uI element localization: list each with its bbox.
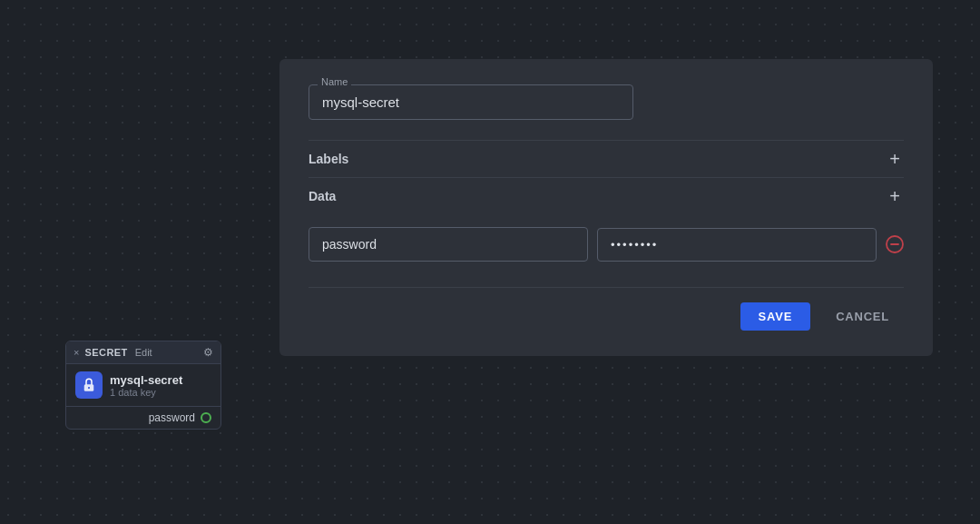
add-data-button[interactable]: +	[886, 187, 904, 205]
name-field-group: Name	[309, 84, 904, 120]
secret-node-body: mysql-secret 1 data key	[66, 364, 220, 406]
close-icon[interactable]: ×	[74, 348, 79, 358]
edit-link[interactable]: Edit	[135, 347, 152, 358]
secret-resource-sub: 1 data key	[110, 387, 182, 398]
minus-circle-icon	[886, 235, 904, 253]
secret-node-card: × SECRET Edit ⚙ mysql-secret 1 data key …	[65, 341, 221, 430]
add-label-button[interactable]: +	[886, 150, 904, 168]
labels-section: Labels +	[309, 140, 904, 177]
secret-type-badge: SECRET	[84, 347, 127, 358]
data-title: Data	[309, 189, 336, 203]
secret-node-header: × SECRET Edit ⚙	[66, 341, 220, 364]
name-input[interactable]	[309, 84, 633, 120]
remove-data-button[interactable]	[886, 235, 904, 253]
save-button[interactable]: SAVE	[740, 302, 811, 331]
gear-icon[interactable]: ⚙	[203, 346, 213, 359]
secret-resource-name: mysql-secret	[110, 373, 182, 387]
key-input[interactable]	[309, 227, 588, 262]
secret-key-status-dot	[201, 412, 211, 423]
labels-title: Labels	[309, 152, 348, 166]
data-section-header: Data +	[309, 177, 904, 214]
secret-node-info: mysql-secret 1 data key	[110, 373, 182, 398]
value-input[interactable]	[597, 228, 877, 262]
name-field-wrapper: Name	[309, 84, 633, 120]
cancel-button[interactable]: CANCEL	[821, 302, 904, 331]
secret-node-footer: password	[66, 406, 220, 429]
lock-icon	[81, 377, 97, 393]
secret-resource-icon	[75, 371, 103, 399]
edit-secret-modal: Name Labels + Data +	[279, 59, 933, 356]
data-row	[309, 227, 904, 262]
modal-footer: SAVE CANCEL	[309, 287, 904, 331]
svg-point-3	[88, 387, 90, 389]
secret-key-label: password	[149, 411, 195, 424]
name-label: Name	[318, 76, 351, 87]
modal-overlay: Name Labels + Data +	[0, 0, 980, 524]
